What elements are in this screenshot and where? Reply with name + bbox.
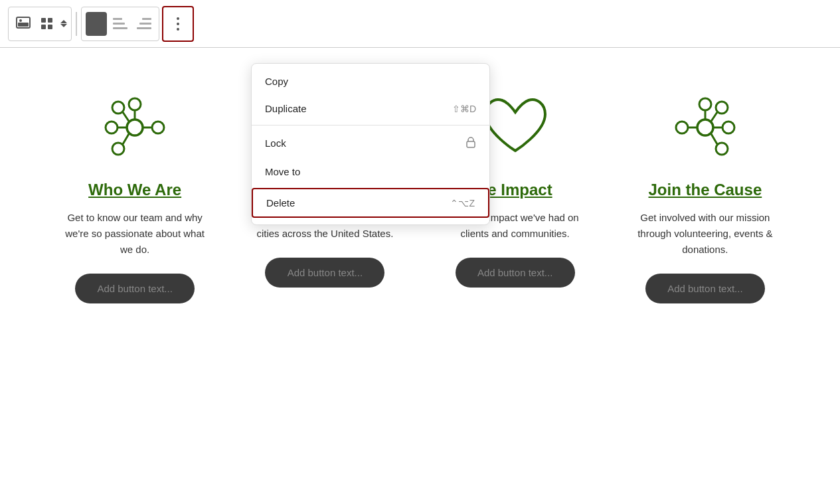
grid-layout-button[interactable] (37, 12, 58, 36)
lines-left-icon (113, 18, 127, 29)
menu-item-move-to[interactable]: Move to (252, 158, 489, 185)
svg-point-30 (716, 102, 728, 114)
menu-divider-1 (252, 125, 489, 126)
svg-point-27 (676, 122, 688, 133)
svg-line-14 (123, 133, 129, 144)
we-button[interactable]: Add button text... (265, 258, 384, 288)
toolbar (0, 0, 840, 48)
toolbar-divider-1 (76, 12, 77, 36)
who-we-are-button[interactable]: Add button text... (75, 274, 195, 303)
svg-point-7 (129, 98, 141, 110)
who-we-are-description: Get to know our team and why we're so pa… (62, 210, 208, 258)
more-options-button[interactable] (165, 9, 191, 39)
menu-item-copy[interactable]: Copy (252, 68, 489, 95)
svg-point-6 (152, 122, 164, 133)
join-the-cause-description: Get involved with our mission through vo… (632, 210, 778, 258)
three-dots-icon (177, 17, 179, 31)
join-the-cause-button[interactable]: Add button text... (645, 274, 765, 303)
lines-right-icon (137, 18, 151, 29)
svg-line-36 (711, 133, 717, 144)
who-we-are-icon (95, 88, 175, 167)
svg-point-28 (722, 122, 734, 133)
join-the-cause-title[interactable]: Join the Cause (649, 181, 762, 199)
svg-line-35 (711, 112, 717, 122)
svg-point-2 (19, 19, 22, 22)
svg-point-29 (699, 98, 711, 110)
chevrons-icon (60, 20, 67, 27)
svg-point-8 (112, 102, 124, 114)
who-we-are-title[interactable]: Who We Are (88, 181, 181, 199)
menu-item-delete[interactable]: Delete ⌃⌥Z (252, 188, 489, 218)
lines-left-button[interactable] (110, 12, 131, 36)
svg-rect-1 (18, 23, 29, 27)
card-join-the-cause: Join the Cause Get involved with our mis… (610, 74, 800, 317)
image-icon (16, 17, 31, 31)
toolbar-group-layout (8, 7, 72, 41)
context-menu: Copy Duplicate ⇧⌘D Lock Move to Delete ⌃… (251, 63, 490, 225)
card-who-we-are: Who We Are Get to know our team and why … (40, 74, 230, 317)
svg-rect-3 (467, 141, 475, 147)
the-impact-button[interactable]: Add button text... (456, 258, 575, 288)
svg-point-9 (112, 143, 124, 155)
menu-item-duplicate[interactable]: Duplicate ⇧⌘D (252, 95, 489, 122)
square-icon (89, 17, 104, 31)
join-the-cause-icon (665, 88, 745, 167)
svg-point-5 (106, 122, 118, 133)
image-layout-button[interactable] (13, 12, 34, 36)
lines-right-button[interactable] (133, 12, 155, 36)
block-style-button[interactable] (86, 12, 107, 36)
svg-line-13 (123, 112, 129, 122)
menu-item-lock[interactable]: Lock (252, 128, 489, 158)
svg-point-31 (716, 143, 728, 155)
grid-icon (41, 18, 53, 30)
toolbar-group-align (81, 7, 159, 41)
